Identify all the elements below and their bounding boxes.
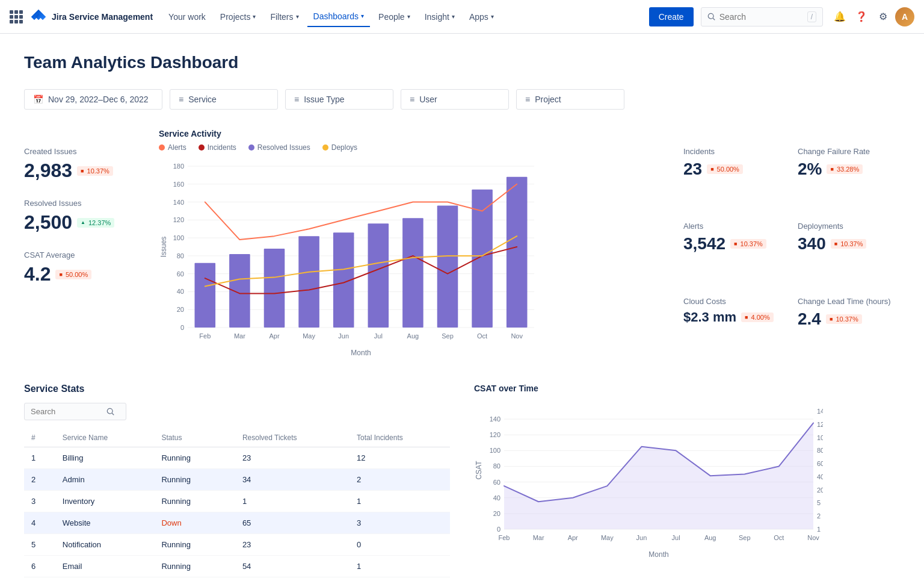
stat-created-issues: Created Issues 2,983 ■ 10.37% — [24, 147, 144, 182]
svg-text:20: 20 — [493, 510, 500, 517]
nav-apps[interactable]: Apps ▾ — [463, 7, 500, 26]
table-row: 4 Website Down 65 3 — [24, 512, 450, 534]
svg-text:160: 160 — [173, 181, 184, 188]
svg-text:100: 100 — [173, 234, 184, 241]
resolved-issues-dot — [248, 144, 254, 151]
svg-text:80: 80 — [177, 252, 184, 259]
svg-text:Jun: Jun — [636, 534, 647, 541]
cell-resolved: 34 — [235, 469, 350, 491]
incidents-dot — [199, 144, 205, 151]
stat-resolved-issues: Resolved Issues 2,500 ▲ 12.37% — [24, 199, 144, 234]
svg-text:20: 20 — [177, 306, 184, 313]
csat-average-badge: ■ 50.00% — [55, 270, 91, 279]
create-button[interactable]: Create — [649, 7, 694, 26]
nav-people[interactable]: People ▾ — [372, 7, 416, 26]
svg-text:120: 120 — [490, 431, 500, 438]
table-header-row: # Service Name Status Resolved Tickets T… — [24, 429, 450, 447]
nav-your-work[interactable]: Your work — [162, 7, 212, 26]
table-search-input[interactable] — [31, 407, 103, 416]
notifications-button[interactable]: 🔔 — [830, 7, 849, 26]
cell-service-name: Inventory — [55, 491, 155, 512]
filter-issue-label: Issue Type — [304, 95, 344, 104]
cell-number: 4 — [24, 512, 55, 534]
service-activity-svg: 020406080100120140160180FebMarAprMayJunJ… — [159, 159, 544, 358]
csat-section: CSAT over Time 0204060801001201401252040… — [474, 384, 900, 578]
svg-text:Jul: Jul — [374, 332, 383, 340]
svg-text:Oct: Oct — [774, 534, 784, 541]
csat-chart-svg: 02040608010012014012520406080100120140Fe… — [474, 403, 823, 559]
avatar[interactable]: A — [895, 7, 914, 26]
nav-filters[interactable]: Filters ▾ — [264, 7, 304, 26]
svg-text:20: 20 — [817, 486, 823, 494]
clt-badge: ■ 10.37% — [826, 314, 862, 324]
cell-resolved: 1 — [235, 491, 350, 512]
nav-icon-group: 🔔 ❓ ⚙ A — [830, 7, 914, 26]
svg-text:Sep: Sep — [442, 332, 454, 340]
col-total-incidents: Total Incidents — [350, 429, 450, 447]
svg-text:Feb: Feb — [199, 332, 211, 340]
help-button[interactable]: ❓ — [852, 7, 871, 26]
svg-text:Jul: Jul — [672, 534, 680, 541]
svg-text:60: 60 — [493, 479, 500, 486]
deployments-badge: ■ 10.37% — [831, 239, 867, 249]
svg-text:Issues: Issues — [159, 237, 168, 258]
cell-status: Running — [154, 534, 235, 556]
cell-status: Running — [154, 447, 235, 469]
filters-row: 📅 Nov 29, 2022–Dec 6, 2022 ≡ Service ≡ I… — [24, 89, 900, 110]
svg-text:100: 100 — [817, 434, 823, 441]
col-number: # — [24, 429, 55, 447]
table-search-bar — [24, 403, 126, 420]
cell-resolved: 23 — [235, 534, 350, 556]
filter-date[interactable]: 📅 Nov 29, 2022–Dec 6, 2022 — [24, 89, 162, 110]
cell-number: 3 — [24, 491, 55, 512]
filter-service[interactable]: ≡ Service — [170, 89, 278, 110]
cell-incidents: 0 — [350, 534, 450, 556]
created-issues-label: Created Issues — [24, 147, 144, 156]
center-chart: Service Activity Alerts Incidents Resolv… — [159, 129, 669, 359]
filter-project[interactable]: ≡ Project — [516, 89, 624, 110]
stat-incidents: Incidents 23 ■ 50.00% — [683, 147, 786, 210]
cell-incidents: 1 — [350, 556, 450, 577]
insight-chevron-icon: ▾ — [452, 13, 455, 20]
app-logo[interactable]: Jira Service Management — [30, 8, 153, 25]
svg-line-1 — [713, 18, 715, 20]
badge-icon: ■ — [59, 272, 62, 278]
nav-dashboards[interactable]: Dashboards ▾ — [307, 7, 371, 27]
grid-icon[interactable] — [10, 10, 23, 23]
cell-resolved: 54 — [235, 556, 350, 577]
nav-projects[interactable]: Projects ▾ — [214, 7, 262, 26]
projects-chevron-icon: ▾ — [253, 13, 256, 20]
svg-text:Apr: Apr — [269, 332, 279, 340]
svg-rect-31 — [507, 177, 528, 328]
search-input[interactable] — [719, 12, 804, 22]
dashboards-chevron-icon: ▾ — [361, 13, 364, 19]
svg-text:Aug: Aug — [704, 534, 716, 541]
cell-incidents: 12 — [350, 447, 450, 469]
svg-text:Nov: Nov — [807, 534, 819, 541]
cell-status: Running — [154, 491, 235, 512]
left-stats: Created Issues 2,983 ■ 10.37% Resolved I… — [24, 129, 144, 359]
cell-resolved: 65 — [235, 512, 350, 534]
filter-user[interactable]: ≡ User — [401, 89, 509, 110]
svg-text:80: 80 — [817, 447, 823, 454]
badge-icon: ■ — [81, 168, 84, 174]
service-stats-title: Service Stats — [24, 384, 450, 394]
alerts-dot — [159, 144, 165, 151]
svg-rect-27 — [368, 223, 389, 328]
nav-insight[interactable]: Insight ▾ — [419, 7, 461, 26]
cloud-costs-badge: ■ 4.00% — [741, 312, 774, 322]
svg-line-45 — [112, 413, 114, 415]
search-icon — [707, 13, 716, 21]
csat-average-label: CSAT Average — [24, 250, 144, 259]
cell-number: 1 — [24, 447, 55, 469]
table-row: 3 Inventory Running 1 1 — [24, 491, 450, 512]
cell-service-name: Website — [55, 512, 155, 534]
svg-rect-30 — [472, 190, 493, 328]
settings-button[interactable]: ⚙ — [873, 7, 893, 26]
svg-rect-25 — [298, 236, 319, 328]
stat-csat-average: CSAT Average 4.2 ■ 50.00% — [24, 250, 144, 285]
filter-issue-type[interactable]: ≡ Issue Type — [285, 89, 393, 110]
svg-text:Sep: Sep — [739, 534, 751, 541]
svg-text:0: 0 — [180, 324, 184, 331]
page-title: Team Analytics Dashboard — [24, 53, 900, 72]
